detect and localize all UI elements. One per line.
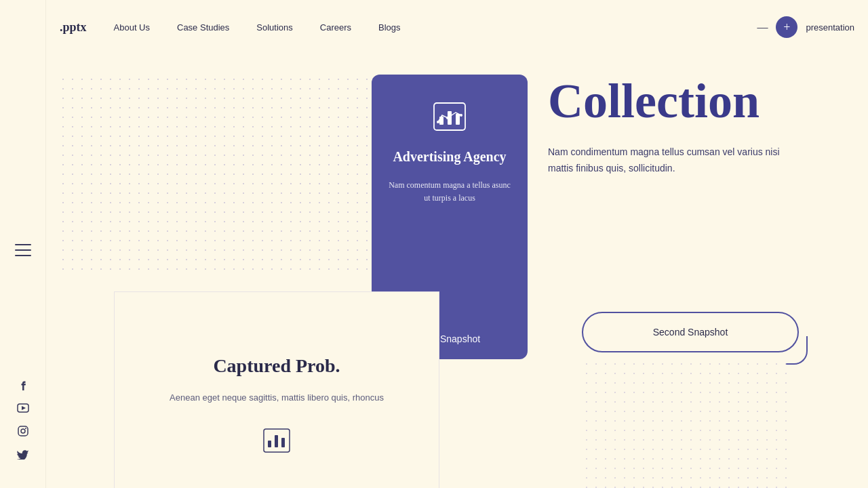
svg-rect-2	[18, 426, 28, 436]
nav-dash: —	[757, 21, 768, 33]
logo: .pptx	[60, 20, 87, 35]
twitter-icon[interactable]	[16, 447, 30, 461]
nav-solutions[interactable]: Solutions	[256, 22, 292, 33]
agency-card-body: Nam comentum magna a tellus asunc ut tur…	[388, 179, 511, 205]
svg-rect-14	[275, 435, 278, 447]
captured-prob-card: Captured Prob. Aenean eget neque sagitti…	[114, 291, 439, 488]
svg-point-10	[446, 117, 449, 119]
main-content: Advertising Agency Nam comentum magna a …	[46, 54, 868, 488]
svg-point-4	[25, 428, 26, 429]
svg-rect-13	[268, 441, 271, 447]
collection-body: Nam condimentum magna tellus cumsan vel …	[548, 144, 792, 177]
second-snapshot-label: Second Snapshot	[653, 327, 728, 338]
collection-section: Collection Nam condimentum magna tellus …	[548, 75, 846, 177]
social-icons	[16, 378, 30, 461]
nav-presentation-label[interactable]: presentation	[806, 22, 854, 33]
svg-point-3	[21, 429, 25, 433]
captured-prob-title: Captured Prob.	[213, 354, 340, 378]
second-snapshot-area: Second Snapshot	[582, 312, 799, 352]
second-snapshot-card[interactable]: Second Snapshot	[582, 312, 799, 352]
svg-rect-8	[456, 114, 460, 125]
left-sidebar	[0, 0, 46, 488]
nav-plus-button[interactable]: +	[776, 16, 797, 38]
nav: About Us Case Studies Solutions Careers …	[114, 22, 757, 33]
nav-case-studies[interactable]: Case Studies	[177, 22, 229, 33]
header: .pptx About Us Case Studies Solutions Ca…	[46, 0, 868, 54]
collection-title: Collection	[548, 75, 846, 128]
svg-marker-1	[22, 406, 26, 410]
youtube-icon[interactable]	[16, 401, 30, 415]
dotted-pattern-bottom-right	[582, 359, 792, 488]
svg-point-11	[460, 114, 462, 117]
svg-rect-15	[281, 438, 285, 447]
nav-right: — + presentation	[757, 16, 854, 38]
captured-prob-body: Aenean eget neque sagittis, mattis liber…	[170, 391, 384, 405]
chart-bar-icon	[433, 102, 467, 131]
nav-blogs[interactable]: Blogs	[378, 22, 401, 33]
instagram-icon[interactable]	[16, 424, 30, 438]
nav-about-us[interactable]: About Us	[114, 22, 150, 33]
nav-careers[interactable]: Careers	[320, 22, 351, 33]
facebook-icon[interactable]	[16, 378, 30, 392]
dotted-pattern-top-left	[58, 75, 370, 278]
svg-point-9	[437, 121, 439, 123]
chart-icon-small	[263, 428, 290, 453]
menu-icon[interactable]	[15, 244, 31, 256]
agency-card-title: Advertising Agency	[393, 148, 506, 165]
